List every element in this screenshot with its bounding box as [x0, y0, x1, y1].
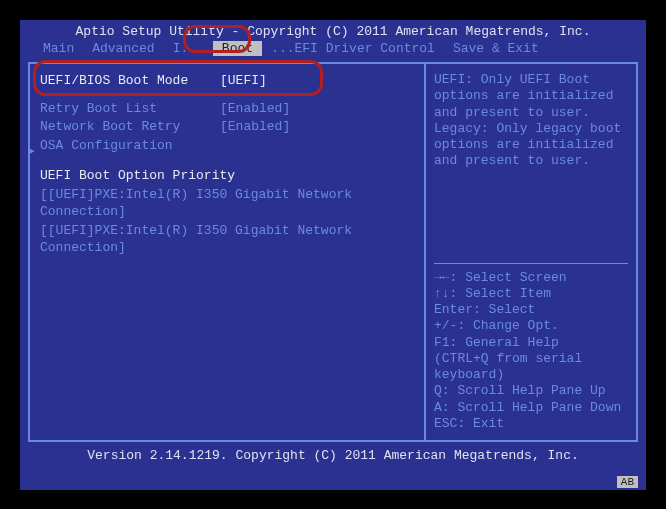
- osa-config-option[interactable]: OSA Configuration: [40, 137, 414, 155]
- utility-title: Aptio Setup Utility - Copyright (C) 2011…: [20, 24, 646, 39]
- hint-select-item: ↑↓: Select Item: [434, 286, 628, 302]
- menu-bar: Main Advanced I... Boot ...EFI Driver Co…: [20, 41, 646, 56]
- hint-enter: Enter: Select: [434, 302, 628, 318]
- menu-boot[interactable]: Boot: [213, 41, 262, 56]
- retry-boot-value: [Enabled]: [220, 100, 290, 118]
- priority-heading: UEFI Boot Option Priority: [40, 167, 414, 185]
- retry-boot-option[interactable]: Retry Boot List [Enabled]: [40, 100, 414, 118]
- hint-esc: ESC: Exit: [434, 416, 628, 432]
- hint-ctrlq: (CTRL+Q from serial keyboard): [434, 351, 628, 384]
- network-retry-label: Network Boot Retry: [40, 118, 220, 136]
- help-text: UEFI: Only UEFI Boot options are initial…: [434, 72, 628, 257]
- menu-main[interactable]: Main: [34, 41, 83, 56]
- help-divider: [434, 263, 628, 264]
- version-footer: Version 2.14.1219. Copyright (C) 2011 Am…: [20, 444, 646, 463]
- hint-f1: F1: General Help: [434, 335, 628, 351]
- content-frame: ▶ UEFI/BIOS Boot Mode [UEFI] Retry Boot …: [28, 62, 638, 442]
- key-hints: →←: Select Screen ↑↓: Select Item Enter:…: [434, 270, 628, 433]
- hint-select-screen: →←: Select Screen: [434, 270, 628, 286]
- ab-badge: AB: [617, 476, 638, 488]
- network-retry-option[interactable]: Network Boot Retry [Enabled]: [40, 118, 414, 136]
- boot-mode-label: UEFI/BIOS Boot Mode: [40, 72, 220, 90]
- options-pane: ▶ UEFI/BIOS Boot Mode [UEFI] Retry Boot …: [30, 64, 426, 440]
- submenu-arrow-icon: ▶: [28, 144, 35, 157]
- network-retry-value: [Enabled]: [220, 118, 290, 136]
- osa-config-label: OSA Configuration: [40, 137, 220, 155]
- boot-mode-value: [UEFI]: [220, 72, 267, 90]
- hint-scroll-up: Q: Scroll Help Pane Up: [434, 383, 628, 399]
- boot-mode-option[interactable]: UEFI/BIOS Boot Mode [UEFI]: [40, 72, 414, 90]
- boot-entry-2[interactable]: [[UEFI]PXE:Intel(R) I350 Gigabit Network…: [40, 223, 414, 257]
- help-pane: UEFI: Only UEFI Boot options are initial…: [426, 64, 636, 440]
- menu-io[interactable]: I...: [164, 41, 213, 56]
- retry-boot-label: Retry Boot List: [40, 100, 220, 118]
- boot-entry-1[interactable]: [[UEFI]PXE:Intel(R) I350 Gigabit Network…: [40, 187, 414, 221]
- menu-uefi-driver[interactable]: ...EFI Driver Control: [262, 41, 444, 56]
- menu-advanced[interactable]: Advanced: [83, 41, 163, 56]
- menu-save-exit[interactable]: Save & Exit: [444, 41, 548, 56]
- hint-change-opt: +/-: Change Opt.: [434, 318, 628, 334]
- hint-scroll-down: A: Scroll Help Pane Down: [434, 400, 628, 416]
